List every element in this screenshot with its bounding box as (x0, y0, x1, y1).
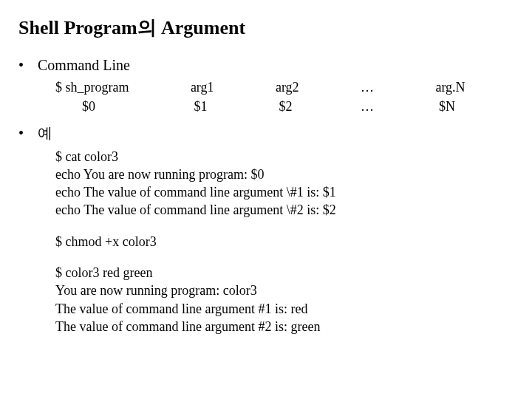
code-line: $ cat color3 (55, 148, 514, 166)
code-line: $ chmod +x color3 (55, 233, 514, 250)
arg-cell: $N (435, 98, 514, 115)
arg-cell: $1 (191, 98, 262, 115)
arg-cell: arg2 (276, 78, 347, 96)
arg-cell: arg.N (435, 78, 514, 96)
section-command-line: • Command Line (18, 57, 514, 74)
code-line: The value of command line argument #1 is… (55, 300, 514, 318)
bullet-icon: • (18, 57, 38, 74)
arg-cell: arg1 (191, 78, 262, 96)
arg-cell: $ sh_program (55, 78, 177, 96)
command-line-block: $ sh_program arg1 arg2 … arg.N $0 $1 $2 … (55, 78, 514, 116)
code-line: The value of command line argument #2 is… (55, 318, 514, 335)
arg-cell: … (361, 78, 422, 96)
code-line: echo The value of command line argument … (55, 201, 514, 219)
arg-cell: … (361, 98, 422, 115)
code-line: $ color3 red green (55, 264, 514, 282)
arg-table: $ sh_program arg1 arg2 … arg.N $0 $1 $2 … (55, 78, 514, 116)
code-line: echo The value of command line argument … (55, 183, 514, 201)
code-line: You are now running program: color3 (55, 282, 514, 299)
code-line: echo You are now running program: $0 (55, 166, 514, 183)
section-label: Command Line (38, 57, 130, 74)
arg-cell: $0 (55, 98, 177, 115)
section-example: • 예 (18, 123, 514, 143)
section-label: 예 (38, 123, 52, 143)
example-block: $ cat color3 echo You are now running pr… (55, 148, 514, 336)
arg-cell: $2 (276, 98, 347, 115)
bullet-icon: • (18, 125, 38, 142)
slide-title: Shell Program의 Argument (18, 15, 514, 41)
